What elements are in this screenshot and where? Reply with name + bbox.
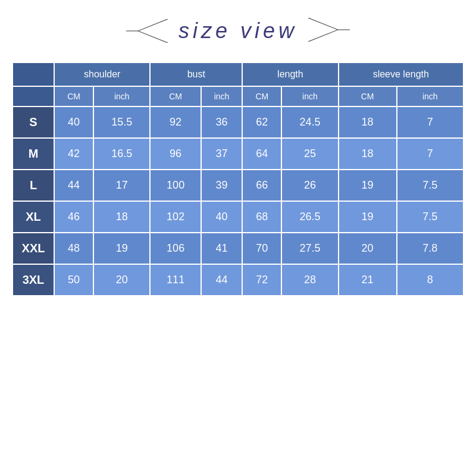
size-value: 40 (201, 201, 242, 233)
svg-line-1 (138, 31, 168, 43)
size-value: 17 (93, 170, 150, 201)
size-value: 7.8 (397, 233, 464, 264)
size-value: 36 (201, 107, 242, 138)
size-value: 26.5 (281, 201, 338, 233)
unit-bust-cm: CM (150, 86, 201, 107)
unit-shoulder-inch: inch (93, 86, 150, 107)
size-value: 37 (201, 138, 242, 170)
size-value: 41 (201, 233, 242, 264)
sleeve-header: sleeve length (339, 62, 464, 86)
size-value: 19 (339, 170, 397, 201)
svg-line-0 (138, 19, 168, 31)
page-title: size view (178, 18, 298, 43)
size-value: 8 (397, 264, 464, 296)
table-row: XL4618102406826.5197.5 (12, 201, 464, 233)
size-value: 7 (397, 107, 464, 138)
size-value: 19 (93, 233, 150, 264)
size-value: 40 (54, 107, 93, 138)
size-value: 64 (242, 138, 281, 170)
table-row: M4216.596376425187 (12, 138, 464, 170)
size-value: 26 (281, 170, 338, 201)
unit-sleeve-inch: inch (397, 86, 464, 107)
size-label: XXL (12, 233, 54, 264)
size-value: 16.5 (93, 138, 150, 170)
unit-length-inch: inch (281, 86, 338, 107)
size-value: 20 (339, 233, 397, 264)
size-value: 46 (54, 201, 93, 233)
size-value: 111 (150, 264, 201, 296)
size-value: 50 (54, 264, 93, 296)
size-label: XL (12, 201, 54, 233)
header: size view (0, 0, 476, 56)
size-value: 48 (54, 233, 93, 264)
table-row: 3XL5020111447228218 (12, 264, 464, 296)
deco-left-icon (126, 19, 168, 43)
size-value: 68 (242, 201, 281, 233)
size-value: 24.5 (281, 107, 338, 138)
shoulder-header: shoulder (54, 62, 150, 86)
size-value: 100 (150, 170, 201, 201)
size-value: 7.5 (397, 201, 464, 233)
size-value: 27.5 (281, 233, 338, 264)
size-value: 21 (339, 264, 397, 296)
size-value: 28 (281, 264, 338, 296)
size-value: 20 (93, 264, 150, 296)
svg-line-4 (308, 30, 338, 42)
unit-empty (12, 86, 54, 107)
size-table: shoulder bust length sleeve length CM in… (12, 62, 464, 296)
size-label: S (12, 107, 54, 138)
size-value: 66 (242, 170, 281, 201)
table-row: S4015.592366224.5187 (12, 107, 464, 138)
size-value: 25 (281, 138, 338, 170)
size-value: 7.5 (397, 170, 464, 201)
size-value: 18 (339, 138, 397, 170)
size-value: 18 (339, 107, 397, 138)
size-value: 42 (54, 138, 93, 170)
bust-header: bust (150, 62, 242, 86)
size-value: 62 (242, 107, 281, 138)
size-value: 96 (150, 138, 201, 170)
size-table-wrapper: shoulder bust length sleeve length CM in… (12, 62, 464, 296)
unit-sleeve-cm: CM (339, 86, 397, 107)
size-value: 106 (150, 233, 201, 264)
size-label: 3XL (12, 264, 54, 296)
unit-bust-inch: inch (201, 86, 242, 107)
size-value: 7 (397, 138, 464, 170)
table-row: XXL4819106417027.5207.8 (12, 233, 464, 264)
empty-header (12, 62, 54, 86)
size-value: 39 (201, 170, 242, 201)
size-value: 15.5 (93, 107, 150, 138)
size-value: 44 (201, 264, 242, 296)
size-value: 70 (242, 233, 281, 264)
unit-header-row: CM inch CM inch CM inch CM inch (12, 86, 464, 107)
unit-shoulder-cm: CM (54, 86, 93, 107)
size-value: 44 (54, 170, 93, 201)
category-header-row: shoulder bust length sleeve length (12, 62, 464, 86)
table-row: L4417100396626197.5 (12, 170, 464, 201)
length-header: length (242, 62, 338, 86)
unit-length-cm: CM (242, 86, 281, 107)
size-value: 19 (339, 201, 397, 233)
size-label: L (12, 170, 54, 201)
title-decoration: size view (126, 18, 350, 44)
deco-right-icon (308, 18, 350, 44)
size-value: 92 (150, 107, 201, 138)
size-value: 18 (93, 201, 150, 233)
size-value: 72 (242, 264, 281, 296)
size-value: 102 (150, 201, 201, 233)
size-label: M (12, 138, 54, 170)
svg-line-3 (308, 18, 338, 30)
